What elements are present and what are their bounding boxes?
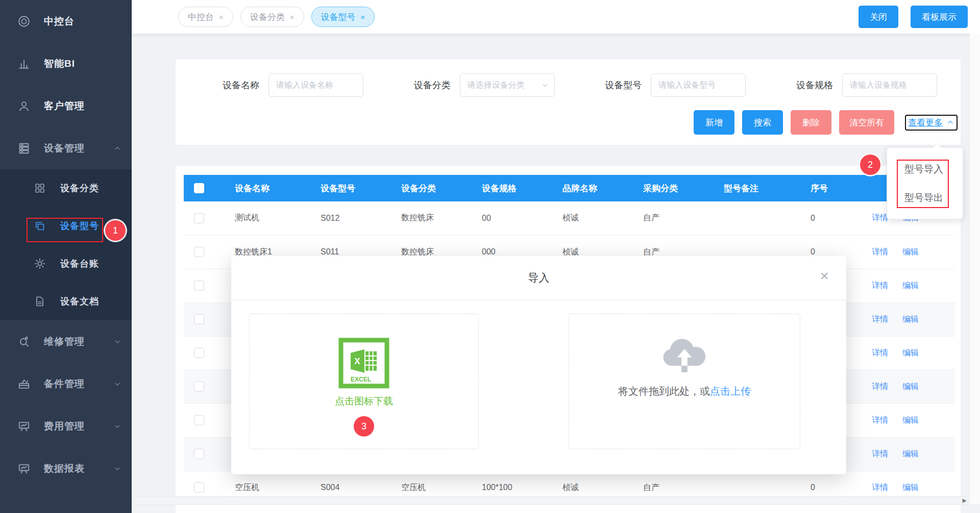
cell-spec: 00 xyxy=(470,201,550,235)
row-checkbox[interactable] xyxy=(194,449,204,459)
row-checkbox[interactable] xyxy=(194,348,204,358)
upload-hint-text: 将文件拖到此处，或点击上传 xyxy=(618,384,751,398)
sidebar-item-device[interactable]: 设备管理 xyxy=(0,127,132,169)
edit-link[interactable]: 编辑 xyxy=(902,247,919,256)
edit-link[interactable]: 编辑 xyxy=(902,483,919,492)
sidebar-item-console[interactable]: 中控台 xyxy=(0,0,132,42)
filter-group-device-spec: 设备规格 xyxy=(796,73,937,97)
row-checkbox[interactable] xyxy=(194,381,204,392)
chevron-down-icon xyxy=(113,338,121,346)
cell-actions: 详情编辑 xyxy=(860,302,955,336)
excel-template-download-box[interactable]: X EXCEL 点击图标下载 3 xyxy=(249,314,479,449)
cell-checkbox xyxy=(184,235,223,269)
horizontal-scrollbar[interactable]: ▶ xyxy=(134,496,969,505)
sidebar-item-label: 中控台 xyxy=(44,15,75,28)
copy-icon xyxy=(34,220,46,232)
close-icon[interactable]: × xyxy=(820,268,829,284)
close-button[interactable]: 关闭 xyxy=(859,6,898,28)
sidebar-item-device-category[interactable]: 设备分类 xyxy=(0,169,132,207)
board-display-button[interactable]: 看板展示 xyxy=(911,6,968,28)
detail-link[interactable]: 详情 xyxy=(872,247,888,256)
row-checkbox[interactable] xyxy=(194,415,204,425)
row-checkbox[interactable] xyxy=(194,280,204,291)
menu-item-model-export[interactable]: 型号导出 xyxy=(887,184,963,212)
edit-link[interactable]: 编辑 xyxy=(902,449,919,458)
detail-link[interactable]: 详情 xyxy=(872,213,888,222)
modal-title: 导入 xyxy=(528,271,550,285)
sidebar-item-repair[interactable]: 维修管理 xyxy=(0,320,132,363)
tab-close-icon[interactable]: × xyxy=(219,13,224,21)
edit-link[interactable]: 编辑 xyxy=(902,281,919,290)
cell-model: S012 xyxy=(308,201,389,235)
excel-icon[interactable]: X EXCEL xyxy=(338,338,389,389)
sidebar-item-customer[interactable]: 客户管理 xyxy=(0,85,132,127)
detail-link[interactable]: 详情 xyxy=(872,416,888,424)
edit-link[interactable]: 编辑 xyxy=(902,315,919,323)
edit-link[interactable]: 编辑 xyxy=(902,416,919,424)
chevron-down-icon xyxy=(113,422,121,430)
click-upload-link[interactable]: 点击上传 xyxy=(710,386,751,397)
device-name-input[interactable] xyxy=(268,73,363,97)
device-spec-input[interactable] xyxy=(842,73,937,97)
view-more-link[interactable]: 查看更多 xyxy=(905,115,958,131)
filter-group-device-category: 设备分类请选择设备分类 xyxy=(414,73,555,97)
spare-icon xyxy=(17,377,31,391)
cloud-upload-icon xyxy=(660,337,708,375)
view-more-label[interactable]: 查看更多 xyxy=(908,117,943,129)
cell-actions: 详情编辑 xyxy=(860,370,955,403)
device-model-input[interactable] xyxy=(651,73,746,97)
row-checkbox[interactable] xyxy=(194,314,204,324)
tabbar: 中控台×设备分类×设备型号× 关闭 看板展示 xyxy=(132,0,980,34)
download-hint-text: 点击图标下载 xyxy=(335,395,393,408)
detail-link[interactable]: 详情 xyxy=(872,483,888,492)
scroll-right-arrow-icon[interactable]: ▶ xyxy=(963,497,967,504)
modal-body: X EXCEL 点击图标下载 3 将文件拖到此处，或点击上传 xyxy=(231,300,846,474)
detail-link[interactable]: 详情 xyxy=(872,315,888,323)
detail-link[interactable]: 详情 xyxy=(872,449,888,458)
sidebar-item-device-ledger[interactable]: 设备台账 xyxy=(0,245,132,283)
gear-icon xyxy=(34,258,46,270)
tab-label: 设备型号 xyxy=(321,11,356,23)
delete-button[interactable]: 删除 xyxy=(791,110,831,135)
cell-checkbox xyxy=(184,336,223,370)
menu-item-model-import[interactable]: 型号导入 xyxy=(887,155,963,184)
detail-link[interactable]: 详情 xyxy=(872,382,888,391)
table-row: 测试机S012数控铣床00桢诚自产0详情编辑 xyxy=(184,201,955,235)
detail-link[interactable]: 详情 xyxy=(872,348,888,357)
edit-link[interactable]: 编辑 xyxy=(902,382,919,391)
tab-device-model[interactable]: 设备型号× xyxy=(311,7,375,27)
sidebar-item-spare[interactable]: 备件管理 xyxy=(0,363,132,405)
tab-console[interactable]: 中控台× xyxy=(178,7,233,27)
header-actions: 关闭 看板展示 xyxy=(859,6,968,28)
clear-all-button[interactable]: 清空所有 xyxy=(839,110,894,135)
sidebar-item-bi[interactable]: 智能BI xyxy=(0,42,132,85)
sidebar-item-report[interactable]: 数据报表 xyxy=(0,447,132,490)
column-header: 设备规格 xyxy=(470,175,550,201)
add-button[interactable]: 新增 xyxy=(694,110,734,135)
sidebar-item-expense[interactable]: 费用管理 xyxy=(0,405,132,447)
cell-seq: 0 xyxy=(798,201,860,235)
upload-dropzone[interactable]: 将文件拖到此处，或点击上传 xyxy=(569,314,800,449)
vertical-scrollbar[interactable] xyxy=(969,34,980,504)
row-checkbox[interactable] xyxy=(194,213,204,223)
cell-checkbox xyxy=(184,370,223,403)
chevron-up-icon xyxy=(113,144,121,152)
tab-close-icon[interactable]: × xyxy=(290,13,295,21)
filter-group-device-name: 设备名称 xyxy=(223,73,363,97)
device-category-select[interactable]: 请选择设备分类 xyxy=(460,73,555,97)
row-checkbox[interactable] xyxy=(194,482,204,493)
row-checkbox[interactable] xyxy=(194,247,204,257)
detail-link[interactable]: 详情 xyxy=(872,281,888,290)
tab-device-category[interactable]: 设备分类× xyxy=(240,7,304,27)
select-all-checkbox[interactable] xyxy=(194,183,204,193)
filter-label: 设备规格 xyxy=(796,79,833,91)
sidebar-item-device-doc[interactable]: 设备文档 xyxy=(0,283,132,320)
upload-hint-prefix: 将文件拖到此处，或 xyxy=(618,386,710,397)
step-3-badge: 3 xyxy=(354,416,374,437)
search-button[interactable]: 搜索 xyxy=(742,110,783,135)
chevron-up-icon xyxy=(946,118,954,126)
edit-link[interactable]: 编辑 xyxy=(902,348,919,357)
tab-close-icon[interactable]: × xyxy=(361,13,365,21)
select-placeholder: 请选择设备分类 xyxy=(468,80,525,91)
cell-actions: 详情编辑 xyxy=(860,269,955,302)
